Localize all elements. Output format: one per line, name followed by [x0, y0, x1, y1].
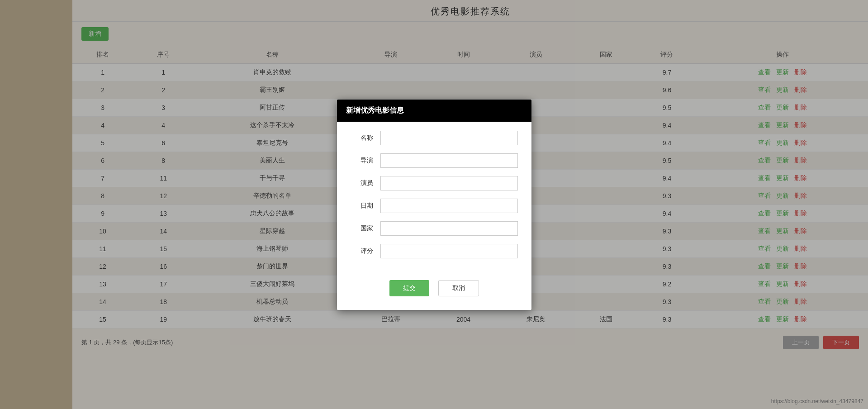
modal-footer: 提交 取消	[337, 280, 531, 310]
label-score: 评分	[351, 247, 373, 255]
input-director[interactable]	[380, 153, 518, 168]
modal-title: 新增优秀电影信息	[346, 106, 404, 114]
modal-header: 新增优秀电影信息	[337, 100, 531, 122]
label-country: 国家	[351, 224, 373, 233]
label-director: 导演	[351, 157, 373, 165]
submit-button[interactable]: 提交	[389, 280, 429, 296]
form-row-score: 评分	[351, 244, 518, 258]
label-actor: 演员	[351, 179, 373, 187]
input-country[interactable]	[380, 221, 518, 236]
form-row-country: 国家	[351, 221, 518, 236]
modal-dialog: 新增优秀电影信息 名称 导演 演员 日期 国家	[337, 100, 531, 310]
form-row-director: 导演	[351, 153, 518, 168]
modal-body: 名称 导演 演员 日期 国家 评分	[337, 122, 531, 280]
form-row-name: 名称	[351, 131, 518, 145]
input-actor[interactable]	[380, 176, 518, 190]
input-score[interactable]	[380, 244, 518, 258]
cancel-button[interactable]: 取消	[438, 280, 479, 296]
input-date[interactable]	[380, 199, 518, 213]
modal-overlay: 新增优秀电影信息 名称 导演 演员 日期 国家	[0, 0, 868, 409]
form-row-actor: 演员	[351, 176, 518, 190]
form-row-date: 日期	[351, 199, 518, 213]
label-date: 日期	[351, 202, 373, 210]
input-name[interactable]	[380, 131, 518, 145]
label-name: 名称	[351, 134, 373, 142]
